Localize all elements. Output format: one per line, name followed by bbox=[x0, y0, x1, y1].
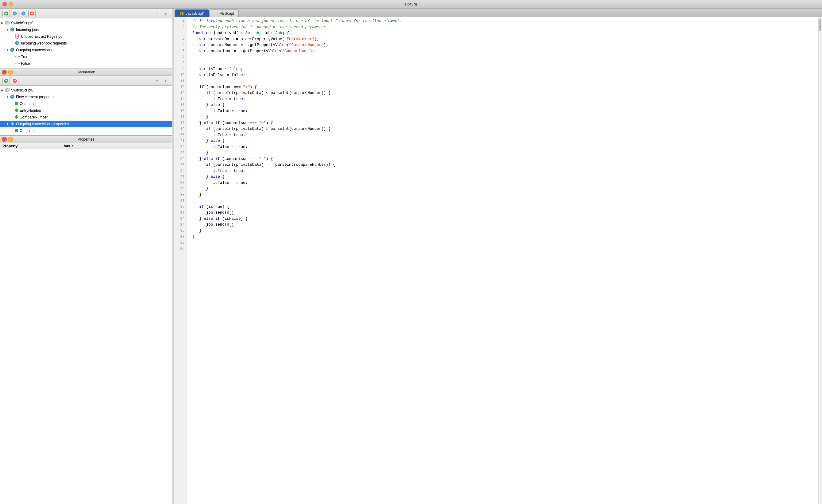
properties-section: ✕ − Properties Property Value bbox=[0, 136, 172, 504]
code-line-14: isTrue = true; bbox=[192, 96, 818, 103]
code-editor[interactable]: 1 2 3 4 5 6 7 8 9 10 11 12 13 14 15 16 1 bbox=[174, 17, 822, 504]
code-line-8 bbox=[192, 60, 818, 67]
svg-point-27 bbox=[15, 109, 18, 112]
fixture-root[interactable]: ▶ SwitchScript0 bbox=[0, 20, 172, 26]
svg-rect-22 bbox=[6, 88, 8, 89]
svg-rect-5 bbox=[6, 21, 8, 22]
svg-point-16 bbox=[18, 56, 20, 57]
js-icon: JS bbox=[180, 12, 184, 15]
value-col-header: Value bbox=[61, 144, 172, 148]
svg-point-1 bbox=[13, 12, 17, 15]
compare-number-item[interactable]: CompareNumber bbox=[0, 114, 172, 121]
entry-number-item[interactable]: EntryNumber bbox=[0, 107, 172, 114]
svg-point-28 bbox=[15, 115, 18, 118]
entry-number-label: EntryNumber bbox=[20, 108, 41, 113]
properties-column-headers: Property Value bbox=[0, 143, 172, 149]
code-line-35: job.sendTo(); bbox=[192, 222, 818, 228]
code-line-29: } bbox=[192, 186, 818, 192]
declaration-section: ✕ − Declaration bbox=[0, 68, 172, 136]
webhook-item[interactable]: Incoming webhook requests bbox=[0, 40, 172, 47]
scrollbar-thumb[interactable] bbox=[819, 19, 821, 31]
title-bar: Fixture bbox=[0, 0, 822, 9]
props-minimize-button[interactable]: − bbox=[8, 137, 13, 142]
vbscript-tab[interactable]: ⬜ VBScript bbox=[210, 10, 239, 17]
outgoing-label: Outgoing bbox=[20, 129, 35, 133]
fixture-tree: ▶ SwitchScript0 ▼ bbox=[0, 18, 172, 68]
editor-tabs: JS JavaScript* ⬜ VBScript bbox=[174, 9, 822, 17]
window-controls bbox=[2, 2, 13, 6]
code-line-15: } else { bbox=[192, 102, 818, 108]
code-line-12: if (comparison === "<") { bbox=[192, 84, 818, 91]
code-line-9: var isTrue = false; bbox=[192, 66, 818, 72]
close-window-button[interactable] bbox=[2, 2, 7, 6]
fixture-section: ▶ SwitchScript0 ▼ bbox=[0, 9, 172, 68]
decl-remove-button[interactable] bbox=[11, 77, 18, 84]
declaration-tree: ▶ SwitchScript0 ▼ bbox=[0, 86, 172, 135]
code-line-31 bbox=[192, 198, 818, 204]
window-title: Fixture bbox=[405, 2, 417, 6]
fixture-toolbar bbox=[0, 9, 172, 18]
add-button[interactable] bbox=[2, 10, 10, 17]
code-line-30: } bbox=[192, 192, 818, 198]
svg-text:PDF: PDF bbox=[16, 35, 19, 37]
declaration-header: ✕ − Declaration bbox=[0, 68, 172, 76]
pdf-file-item[interactable]: PDF Untitled Extract Pages.pdf bbox=[0, 33, 172, 40]
true-item[interactable]: True bbox=[0, 53, 172, 60]
code-line-27: } else { bbox=[192, 174, 818, 180]
code-editor-panel: JS JavaScript* ⬜ VBScript 1 2 3 4 5 6 7 bbox=[174, 9, 822, 504]
code-line-17: } bbox=[192, 114, 818, 120]
outgoing-conn-props-item[interactable]: ▼ Outgoing connections properties bbox=[0, 121, 172, 127]
property-col-header: Property bbox=[0, 144, 61, 148]
incoming-jobs-item[interactable]: ▼ Incoming jobs bbox=[0, 26, 172, 33]
properties-header: ✕ − Properties bbox=[0, 136, 172, 143]
left-panel: ▶ SwitchScript0 ▼ bbox=[0, 9, 172, 504]
decl-root[interactable]: ▶ SwitchScript0 bbox=[0, 87, 172, 94]
code-content[interactable]: // Is invoked each time a new job arrive… bbox=[187, 17, 818, 504]
code-line-18: } else if (comparison === ">") { bbox=[192, 120, 818, 126]
svg-point-8 bbox=[12, 29, 13, 30]
compare-number-label: CompareNumber bbox=[20, 115, 48, 119]
code-line-13: if (parseInt(privateData) < parseInt(com… bbox=[192, 90, 818, 96]
declaration-close-button[interactable]: ✕ bbox=[2, 70, 7, 75]
comparison-item[interactable]: Comparison bbox=[0, 100, 172, 107]
code-line-33: job.sendTo(); bbox=[192, 210, 818, 216]
svg-point-26 bbox=[15, 102, 18, 105]
outgoing-item[interactable]: Outgoing bbox=[0, 127, 172, 134]
decl-add-button[interactable] bbox=[2, 77, 10, 84]
false-item[interactable]: False bbox=[0, 60, 172, 67]
code-line-34: } else if (isFalse) { bbox=[192, 216, 818, 222]
webhook-label: Incoming webhook requests bbox=[21, 41, 67, 45]
outgoing-conn-props-label: Outgoing connections properties bbox=[16, 122, 69, 126]
code-line-1: // Is invoked each time a new job arrive… bbox=[192, 18, 818, 25]
fixture-root-label: SwitchScript0 bbox=[11, 21, 33, 25]
decl-down-button[interactable] bbox=[162, 77, 169, 84]
javascript-tab[interactable]: JS JavaScript* bbox=[175, 10, 209, 17]
properties-title: Properties bbox=[77, 137, 94, 142]
outgoing-connections-item[interactable]: ▼ Outgoing connections bbox=[0, 47, 172, 53]
comparison-label: Comparison bbox=[20, 102, 40, 106]
code-line-11 bbox=[192, 78, 818, 84]
props-close-button[interactable]: ✕ bbox=[2, 137, 7, 142]
code-line-20: isTrue = true; bbox=[192, 132, 818, 138]
code-line-32: if (isTrue) { bbox=[192, 204, 818, 210]
back-button[interactable] bbox=[11, 10, 18, 17]
down-arrow-button[interactable] bbox=[162, 10, 169, 17]
declaration-minimize-button[interactable]: − bbox=[8, 70, 13, 75]
svg-point-18 bbox=[18, 63, 20, 64]
code-line-4: var privateData = s.getPropertyValue("En… bbox=[192, 37, 818, 43]
outgoing-connections-label: Outgoing connections bbox=[16, 48, 52, 52]
editor-scrollbar[interactable] bbox=[818, 17, 822, 504]
decl-up-button[interactable] bbox=[153, 77, 161, 84]
remove-button[interactable] bbox=[28, 10, 36, 17]
vbscript-tab-label: VBScript bbox=[220, 11, 234, 16]
svg-point-30 bbox=[15, 129, 18, 132]
flow-props-item[interactable]: ▼ Flow element properties bbox=[0, 94, 172, 100]
line-numbers: 1 2 3 4 5 6 7 8 9 10 11 12 13 14 15 16 1 bbox=[174, 17, 187, 504]
minimize-window-button[interactable] bbox=[9, 2, 13, 6]
code-line-21: } else { bbox=[192, 138, 818, 144]
forward-button[interactable] bbox=[20, 10, 27, 17]
up-arrow-button[interactable] bbox=[153, 10, 161, 17]
code-line-2: // The newly arrived job is passed as th… bbox=[192, 25, 818, 31]
code-line-28: isFalse = true; bbox=[192, 180, 818, 186]
code-lines-container: 1 2 3 4 5 6 7 8 9 10 11 12 13 14 15 16 1 bbox=[174, 17, 822, 504]
